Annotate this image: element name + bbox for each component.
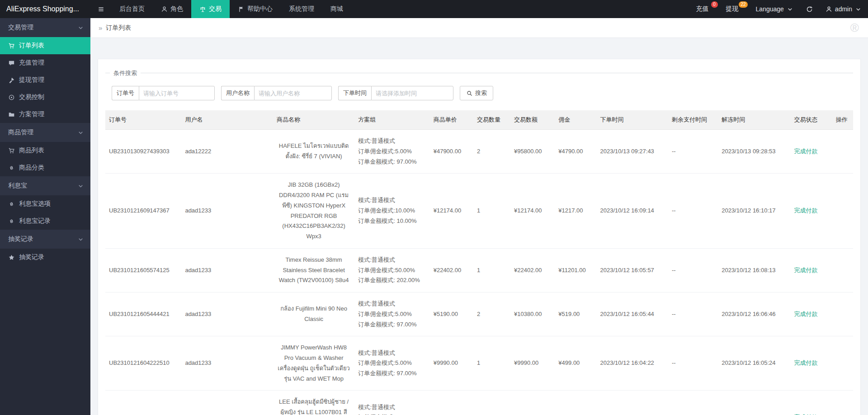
unfreeze-time-cell: 2023/10/13 09:28:53 [718, 130, 790, 174]
username-input[interactable] [254, 86, 332, 100]
nav-item-system-label: 系统管理 [289, 5, 314, 13]
refresh-button[interactable] [800, 0, 819, 18]
status-cell: 完成付款 [791, 248, 832, 292]
sidebar-item[interactable]: 订单列表 [0, 37, 90, 54]
product-name-cell: Timex Reissue 38mm Stainless Steel Brace… [273, 248, 354, 292]
remaining-pay-time-cell: -- [668, 292, 718, 336]
search-button[interactable]: 搜索 [460, 86, 493, 100]
admin-screen: AliExpress Shopping... 后台首页 角色 交易 帮助中心 系… [0, 0, 868, 415]
nav-item-trade-label: 交易 [209, 5, 222, 13]
username-filter-label: 用户名称 [221, 86, 254, 100]
hammer-icon [8, 77, 15, 84]
username-cell: adad1233 [181, 248, 273, 292]
col-amount: 交易数额 [510, 110, 555, 130]
order-time-cell: 2023/10/12 16:05:44 [597, 292, 668, 336]
product-name-cell: LEE เสื้อคลุมฮู้ดมีซิปผู้ชาย / ผู้หญิง ร… [273, 391, 354, 415]
amount-cell: ¥10380.00 [510, 292, 555, 336]
status-cell: 完成付款 [791, 292, 832, 336]
sidebar-item[interactable]: 利息宝选项 [0, 195, 90, 212]
unfreeze-time-cell: 2023/10/12 15:51:32 [718, 391, 790, 415]
star-icon [8, 254, 15, 261]
person-icon [826, 6, 832, 13]
remaining-pay-time-cell: -- [668, 248, 718, 292]
link-icon [8, 201, 15, 208]
nav-item-roles[interactable]: 角色 [153, 0, 191, 18]
sidebar-item[interactable]: 商品列表 [0, 142, 90, 159]
col-unfreeze-time: 解冻时间 [718, 110, 790, 130]
unit-price-cell: ¥47900.00 [430, 130, 473, 174]
table-row[interactable]: UB2310121605444421 adad1233 กล้อง Fujifi… [105, 292, 853, 336]
sidebar-toggle-button[interactable] [90, 0, 111, 18]
nav-item-home[interactable]: 后台首页 [111, 0, 153, 18]
link-icon [8, 201, 15, 208]
sidebar-item[interactable]: 交易控制 [0, 89, 90, 106]
sidebar-group-header[interactable]: 商品管理 [0, 123, 90, 142]
scale-icon [199, 6, 206, 13]
language-dropdown[interactable]: Language [750, 0, 800, 18]
quantity-cell: 1 [473, 248, 510, 292]
hamburger-icon [98, 6, 104, 13]
actions-cell [832, 292, 853, 336]
nav-item-trade[interactable]: 交易 [191, 0, 230, 18]
col-quantity: 交易数量 [473, 110, 510, 130]
table-row[interactable]: UB2310121605574125 adad1233 Timex Reissu… [105, 248, 853, 292]
refresh-icon [806, 6, 813, 13]
nav-item-mall[interactable]: 商城 [322, 0, 351, 18]
scale-icon [199, 6, 206, 13]
nav-item-system[interactable]: 系统管理 [281, 0, 322, 18]
caret-icon [77, 24, 84, 31]
app-logo[interactable]: AliExpress Shopping... [0, 0, 90, 18]
sidebar-item[interactable]: 充值管理 [0, 54, 90, 71]
withdraw-label: 提现 [726, 5, 739, 13]
commission-cell: ¥519.00 [555, 292, 596, 336]
sidebar-item[interactable]: 提现管理 [0, 71, 90, 89]
breadcrumb: » 订单列表 [90, 18, 868, 38]
table-row[interactable]: UB2310121604222510 adad1233 JIMMY PowerW… [105, 336, 853, 391]
sidebar-group-label: 抽奖记录 [8, 235, 33, 243]
nav-item-home-label: 后台首页 [119, 5, 145, 13]
recharge-nav-button[interactable]: 充值 0 [690, 0, 720, 18]
navbar-right: 充值 0 提现 22 Language admin [690, 0, 868, 18]
sidebar-group-header[interactable]: 交易管理 [0, 18, 90, 37]
table-row[interactable]: UB2310121609147367 adad1233 JIB 32GB (16… [105, 174, 853, 249]
username-label: admin [835, 5, 852, 13]
caret-icon [77, 129, 84, 136]
nav-item-help-center[interactable]: 帮助中心 [230, 0, 281, 18]
caret-icon [77, 129, 84, 136]
order-time-input[interactable] [371, 86, 453, 100]
amount-cell: ¥9990.00 [510, 336, 555, 391]
actions-cell [832, 391, 853, 415]
sidebar-item-label: 商品分类 [19, 164, 44, 172]
table-row[interactable]: UB2310130927439303 ada12222 HAFELE ไมโคร… [105, 130, 853, 174]
remaining-pay-time-cell: -- [668, 336, 718, 391]
sidebar-item[interactable]: 商品分类 [0, 159, 90, 176]
col-order-time: 下单时间 [597, 110, 668, 130]
remaining-pay-time-cell: -- [668, 130, 718, 174]
user-menu[interactable]: admin [819, 0, 868, 18]
plan-group-cell: 模式:普通模式 订单佣金模式:5.00% 订单金额模式: 97.00% [354, 130, 429, 174]
search-panel: 条件搜索 订单号 用户名称 下单时间 [105, 73, 853, 100]
order-no-input[interactable] [139, 86, 215, 100]
sidebar-item[interactable]: 利息宝记录 [0, 212, 90, 230]
sidebar-item[interactable]: 抽奖记录 [0, 249, 90, 266]
sidebar-group-header[interactable]: 利息宝 [0, 176, 90, 195]
plan-group-cell: 模式:普通模式 订单佣金模式:5.00% 订单金额模式: 97.00% [354, 292, 429, 336]
cart-icon [8, 42, 15, 49]
table-row[interactable]: UB2310121550293861 adad1233 LEE เสื้อคลุ… [105, 391, 853, 415]
caret-icon [77, 236, 84, 243]
caret-icon [787, 6, 793, 13]
table-header-row: 订单号 用户名 商品名称 方案组 商品单价 交易数量 交易数额 佣金 下单时间 … [105, 110, 853, 130]
sidebar-item-label: 抽奖记录 [19, 253, 44, 261]
status-cell: 完成付款 [791, 391, 832, 415]
search-button-label: 搜索 [475, 89, 487, 97]
search-icon [466, 90, 473, 97]
withdraw-nav-button[interactable]: 提现 22 [720, 0, 750, 18]
unit-price-cell: ¥999.00 [430, 391, 473, 415]
actions-cell [832, 248, 853, 292]
flag-icon [238, 6, 245, 13]
folder-icon [8, 111, 15, 118]
quantity-cell: 1 [473, 336, 510, 391]
sidebar-group-header[interactable]: 抽奖记录 [0, 230, 90, 249]
withdraw-badge: 22 [739, 1, 747, 8]
sidebar-item[interactable]: 方案管理 [0, 106, 90, 123]
